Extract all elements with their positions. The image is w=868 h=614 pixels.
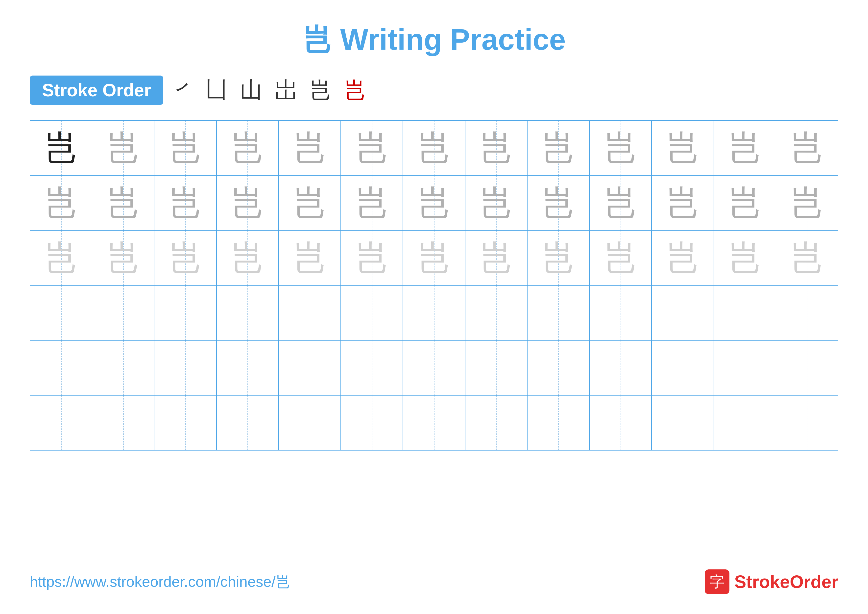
practice-char: 岂 xyxy=(168,241,203,275)
grid-cell-6-8[interactable] xyxy=(465,396,527,450)
grid-row-5 xyxy=(30,340,838,396)
practice-char: 岂 xyxy=(106,185,141,220)
practice-char: 岂 xyxy=(230,131,265,165)
practice-char: 岂 xyxy=(727,241,762,275)
logo-text-accent: Order xyxy=(790,572,838,592)
grid-cell-5-2[interactable] xyxy=(92,340,154,395)
practice-char: 岂 xyxy=(727,131,762,165)
grid-cell-6-10[interactable] xyxy=(590,396,652,450)
grid-cell-5-4[interactable] xyxy=(217,340,279,395)
grid-cell-4-11[interactable] xyxy=(652,286,714,340)
grid-row-4 xyxy=(30,286,838,340)
grid-cell-4-5[interactable] xyxy=(279,286,341,340)
grid-cell-4-4[interactable] xyxy=(217,286,279,340)
grid-cell-5-6[interactable] xyxy=(341,340,403,395)
grid-cell-6-11[interactable] xyxy=(652,396,714,450)
grid-cell-6-1[interactable] xyxy=(30,396,92,450)
practice-char: 岂 xyxy=(106,241,141,275)
grid-cell-6-6[interactable] xyxy=(341,396,403,450)
practice-char: 岂 xyxy=(168,131,203,165)
grid-cell-6-4[interactable] xyxy=(217,396,279,450)
stroke-step-2: 凵 xyxy=(205,75,228,105)
grid-cell-5-7[interactable] xyxy=(403,340,465,395)
stroke-sequence: ㇒ 凵 山 岀 岂 岂 xyxy=(173,75,366,105)
logo-char: 字 xyxy=(710,572,724,592)
grid-cell-6-12[interactable] xyxy=(714,396,776,450)
grid-cell-3-6: 岂 xyxy=(341,231,403,285)
practice-char: 岂 xyxy=(603,241,638,275)
grid-cell-3-1: 岂 xyxy=(30,231,92,285)
practice-char: 岂 xyxy=(168,185,203,220)
grid-cell-5-8[interactable] xyxy=(465,340,527,395)
grid-cell-4-7[interactable] xyxy=(403,286,465,340)
grid-cell-6-7[interactable] xyxy=(403,396,465,450)
footer-logo: 字 StrokeOrder xyxy=(705,569,838,594)
stroke-step-4: 岀 xyxy=(274,75,297,105)
grid-cell-5-12[interactable] xyxy=(714,340,776,395)
grid-cell-2-2: 岂 xyxy=(92,176,154,230)
stroke-order-badge: Stroke Order xyxy=(30,76,163,105)
practice-char: 岂 xyxy=(790,131,824,165)
grid-cell-6-5[interactable] xyxy=(279,396,341,450)
grid-cell-5-1[interactable] xyxy=(30,340,92,395)
grid-cell-4-8[interactable] xyxy=(465,286,527,340)
practice-char: 岂 xyxy=(479,241,513,275)
practice-char: 岂 xyxy=(230,241,265,275)
grid-cell-5-11[interactable] xyxy=(652,340,714,395)
grid-cell-5-5[interactable] xyxy=(279,340,341,395)
grid-cell-3-7: 岂 xyxy=(403,231,465,285)
practice-char: 岂 xyxy=(355,131,389,165)
grid-cell-5-3[interactable] xyxy=(154,340,217,395)
practice-char: 岂 xyxy=(44,241,78,275)
grid-cell-3-2: 岂 xyxy=(92,231,154,285)
grid-cell-1-5: 岂 xyxy=(279,121,341,175)
practice-char: 岂 xyxy=(603,185,638,220)
grid-cell-4-9[interactable] xyxy=(527,286,590,340)
grid-cell-4-12[interactable] xyxy=(714,286,776,340)
practice-char: 岂 xyxy=(293,131,327,165)
grid-cell-4-3[interactable] xyxy=(154,286,217,340)
stroke-step-3: 山 xyxy=(240,75,262,105)
practice-char: 岂 xyxy=(355,185,389,220)
grid-cell-5-9[interactable] xyxy=(527,340,590,395)
grid-cell-6-2[interactable] xyxy=(92,396,154,450)
grid-cell-4-1[interactable] xyxy=(30,286,92,340)
practice-char: 岂 xyxy=(790,185,824,220)
grid-cell-5-13[interactable] xyxy=(776,340,838,395)
practice-char: 岂 xyxy=(230,185,265,220)
grid-cell-4-10[interactable] xyxy=(590,286,652,340)
grid-cell-6-3[interactable] xyxy=(154,396,217,450)
grid-cell-3-9: 岂 xyxy=(527,231,590,285)
grid-cell-4-13[interactable] xyxy=(776,286,838,340)
grid-cell-2-13: 岂 xyxy=(776,176,838,230)
practice-char: 岂 xyxy=(665,185,700,220)
grid-cell-3-4: 岂 xyxy=(217,231,279,285)
grid-cell-1-7: 岂 xyxy=(403,121,465,175)
grid-cell-4-2[interactable] xyxy=(92,286,154,340)
grid-cell-1-10: 岂 xyxy=(590,121,652,175)
practice-char: 岂 xyxy=(727,185,762,220)
stroke-order-section: Stroke Order ㇒ 凵 山 岀 岂 岂 xyxy=(30,75,838,105)
grid-cell-1-4: 岂 xyxy=(217,121,279,175)
footer-url[interactable]: https://www.strokeorder.com/chinese/岂 xyxy=(30,572,290,592)
grid-cell-6-9[interactable] xyxy=(527,396,590,450)
grid-cell-2-4: 岂 xyxy=(217,176,279,230)
grid-cell-3-12: 岂 xyxy=(714,231,776,285)
grid-row-6 xyxy=(30,396,838,451)
practice-char: 岂 xyxy=(293,241,327,275)
grid-cell-3-10: 岂 xyxy=(590,231,652,285)
grid-cell-3-3: 岂 xyxy=(154,231,217,285)
stroke-step-6-final: 岂 xyxy=(344,75,366,105)
grid-cell-1-6: 岂 xyxy=(341,121,403,175)
practice-char: 岂 xyxy=(417,131,451,165)
grid-cell-5-10[interactable] xyxy=(590,340,652,395)
grid-cell-2-10: 岂 xyxy=(590,176,652,230)
grid-cell-1-11: 岂 xyxy=(652,121,714,175)
page-container: 岂 Writing Practice Stroke Order ㇒ 凵 山 岀 … xyxy=(0,0,868,614)
grid-cell-4-6[interactable] xyxy=(341,286,403,340)
page-title: 岂 Writing Practice xyxy=(302,20,566,60)
practice-char: 岂 xyxy=(479,185,513,220)
grid-cell-6-13[interactable] xyxy=(776,396,838,450)
title-char: 岂 xyxy=(302,23,332,56)
grid-cell-2-12: 岂 xyxy=(714,176,776,230)
